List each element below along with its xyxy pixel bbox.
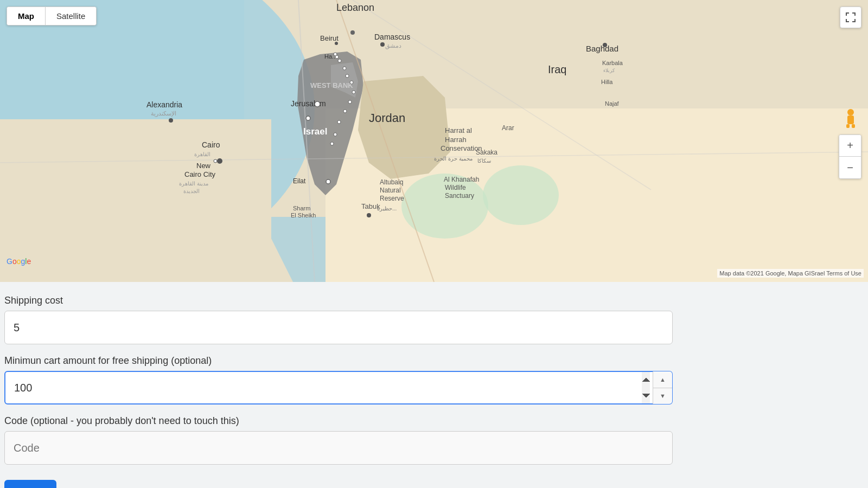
page-wrapper: Lebanon Beirut Damascus دمشق Baghdad Ira… xyxy=(0,0,868,488)
fullscreen-icon xyxy=(846,12,856,22)
svg-text:El Sheikh: El Sheikh xyxy=(291,212,316,219)
svg-point-75 xyxy=(337,120,341,124)
spinner-arrows: ▲ ▼ xyxy=(653,371,672,404)
spinner-down-button[interactable]: ▼ xyxy=(653,388,672,404)
svg-point-23 xyxy=(603,43,607,47)
svg-text:محمية حرة الحرة: محمية حرة الحرة xyxy=(434,156,473,162)
svg-point-21 xyxy=(380,42,385,47)
svg-marker-8 xyxy=(358,76,450,179)
svg-text:حظيرة...: حظيرة... xyxy=(377,206,397,212)
svg-point-42 xyxy=(214,159,217,163)
svg-text:Damascus: Damascus xyxy=(374,33,410,41)
svg-text:New: New xyxy=(196,162,211,170)
min-cart-input[interactable] xyxy=(4,371,673,404)
svg-point-70 xyxy=(346,74,349,78)
svg-point-69 xyxy=(343,67,346,70)
svg-text:Al Khanafah: Al Khanafah xyxy=(444,176,479,183)
svg-text:Karbala: Karbala xyxy=(602,60,623,66)
code-input[interactable] xyxy=(4,431,673,465)
svg-text:Beirut: Beirut xyxy=(320,34,339,42)
svg-text:Israel: Israel xyxy=(303,126,327,137)
map-attribution: Map data ©2021 Google, Mapa GISrael Term… xyxy=(717,269,864,278)
svg-text:دمشق: دمشق xyxy=(385,42,401,49)
min-cart-wrapper: ▲ ▼ xyxy=(4,371,673,404)
svg-text:الجديدة: الجديدة xyxy=(183,188,200,194)
svg-text:Eilat: Eilat xyxy=(293,177,306,185)
svg-point-73 xyxy=(348,100,352,104)
svg-text:Reserve: Reserve xyxy=(380,195,404,202)
tab-satellite[interactable]: Satellite xyxy=(46,7,96,25)
svg-point-32 xyxy=(315,101,320,107)
svg-text:Sanctuary: Sanctuary xyxy=(445,192,474,200)
tab-map[interactable]: Map xyxy=(7,7,45,25)
svg-text:Lebanon: Lebanon xyxy=(336,2,374,13)
svg-text:سكاكا: سكاكا xyxy=(477,158,491,164)
svg-text:Jordan: Jordan xyxy=(369,111,405,125)
pegman-button[interactable] xyxy=(841,108,860,128)
svg-point-41 xyxy=(217,158,222,164)
svg-point-76 xyxy=(334,133,337,136)
form-section: Shipping cost Minimun cart amount for fr… xyxy=(0,282,868,488)
svg-text:Baghdad: Baghdad xyxy=(586,44,618,53)
svg-rect-82 xyxy=(852,124,855,128)
buttons-row: Add Cancel xyxy=(4,480,864,488)
svg-text:كربلاء: كربلاء xyxy=(603,68,615,74)
svg-text:Jerusalem: Jerusalem xyxy=(291,99,326,108)
svg-text:Hilla: Hilla xyxy=(601,79,613,85)
svg-text:Alexandria: Alexandria xyxy=(146,100,182,109)
add-button[interactable]: Add xyxy=(4,480,56,488)
svg-text:Natural: Natural xyxy=(380,187,401,194)
zoom-out-button[interactable]: − xyxy=(839,157,861,178)
svg-point-79 xyxy=(847,109,854,115)
svg-point-68 xyxy=(338,59,341,62)
svg-rect-4 xyxy=(0,119,271,282)
map-background: Lebanon Beirut Damascus دمشق Baghdad Ira… xyxy=(0,0,868,282)
shipping-cost-label: Shipping cost xyxy=(4,295,864,306)
svg-point-74 xyxy=(343,110,347,113)
svg-text:Cairo: Cairo xyxy=(202,140,220,149)
svg-point-16 xyxy=(350,30,355,35)
svg-point-72 xyxy=(352,91,355,94)
svg-point-9 xyxy=(401,174,488,239)
map-tabs: Map Satellite xyxy=(7,7,97,25)
svg-text:Sakaka: Sakaka xyxy=(476,149,497,156)
svg-point-71 xyxy=(350,81,353,84)
svg-point-38 xyxy=(169,118,173,123)
svg-text:Najaf: Najaf xyxy=(605,100,620,107)
svg-point-67 xyxy=(334,53,337,56)
pegman-icon xyxy=(842,108,859,128)
svg-point-52 xyxy=(367,213,371,217)
zoom-in-button[interactable]: + xyxy=(839,135,861,157)
svg-text:Iraq: Iraq xyxy=(548,63,566,75)
fullscreen-button[interactable] xyxy=(840,7,861,28)
svg-text:Cairo City: Cairo City xyxy=(184,170,216,178)
spinner-up-button[interactable]: ▲ xyxy=(653,371,672,388)
zoom-controls: + − xyxy=(839,134,861,179)
svg-point-10 xyxy=(483,165,559,225)
svg-point-78 xyxy=(306,116,310,120)
cancel-button[interactable]: Cancel xyxy=(65,480,104,488)
svg-rect-80 xyxy=(847,115,854,124)
svg-point-48 xyxy=(326,179,330,184)
svg-text:Altubaiq: Altubaiq xyxy=(380,178,403,186)
svg-text:WEST BANK: WEST BANK xyxy=(310,81,353,89)
svg-text:Sharm: Sharm xyxy=(293,205,310,211)
svg-point-18 xyxy=(335,42,338,45)
google-logo: Google xyxy=(7,257,31,266)
svg-text:Harrah: Harrah xyxy=(445,136,467,144)
svg-point-77 xyxy=(330,142,334,145)
svg-text:مدينة القاهرة: مدينة القاهرة xyxy=(179,181,208,187)
svg-text:الإسكندرية: الإسكندرية xyxy=(151,110,176,117)
svg-text:Wildlife: Wildlife xyxy=(445,184,466,191)
code-label: Code (optional - you probably don't need… xyxy=(4,415,864,427)
map-container: Lebanon Beirut Damascus دمشق Baghdad Ira… xyxy=(0,0,868,282)
svg-text:Arar: Arar xyxy=(502,124,514,132)
svg-text:القاهرة: القاهرة xyxy=(194,151,210,158)
min-cart-label: Minimun cart amount for free shipping (o… xyxy=(4,355,864,367)
shipping-cost-input[interactable] xyxy=(4,311,673,344)
svg-text:Harrat al: Harrat al xyxy=(445,126,472,134)
svg-rect-81 xyxy=(846,124,850,128)
